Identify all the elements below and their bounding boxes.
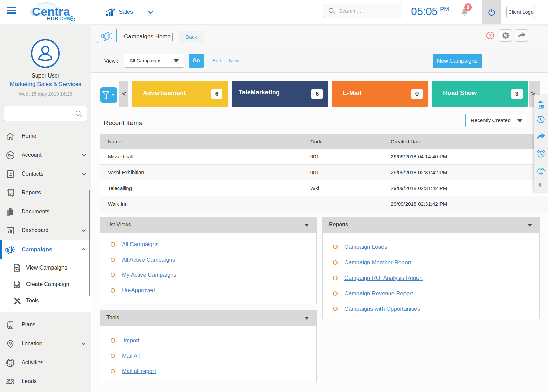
svg-text:CRM: CRM [59, 15, 71, 21]
svg-text:HUB: HUB [47, 15, 58, 21]
svg-text:360°: 360° [538, 167, 544, 170]
